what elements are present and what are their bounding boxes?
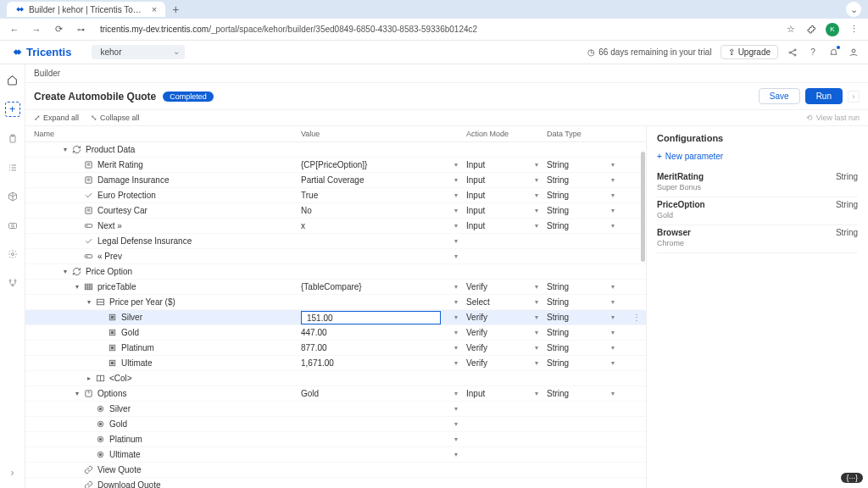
new-tab-button[interactable]: + bbox=[172, 3, 179, 16]
toggle-icon[interactable]: ▸ bbox=[85, 374, 93, 382]
expand-all-button[interactable]: ⤢Expand all bbox=[34, 114, 79, 122]
list-icon[interactable] bbox=[6, 161, 19, 175]
action-dropdown-icon[interactable]: ▾ bbox=[535, 207, 538, 214]
branch-icon[interactable] bbox=[6, 276, 19, 290]
value-dropdown-icon[interactable]: ▾ bbox=[454, 435, 458, 443]
value-input[interactable]: 151.00 bbox=[301, 311, 441, 324]
type-dropdown-icon[interactable]: ▾ bbox=[611, 359, 615, 367]
grid-row[interactable]: ▾priceTable{TableCompare}▾Verify▾String▾ bbox=[25, 280, 646, 295]
type-dropdown-icon[interactable]: ▾ bbox=[611, 207, 615, 214]
new-parameter-button[interactable]: +New parameter bbox=[657, 152, 858, 161]
notifications-icon[interactable] bbox=[827, 47, 839, 58]
site-info-icon[interactable]: ⊶ bbox=[75, 25, 86, 34]
value-dropdown-icon[interactable]: ▾ bbox=[454, 283, 458, 291]
action-dropdown-icon[interactable]: ▾ bbox=[535, 359, 538, 367]
package-icon[interactable] bbox=[6, 190, 19, 203]
grid-row[interactable]: Ultimate▾ bbox=[25, 447, 646, 463]
col-header-action[interactable]: Action Mode bbox=[466, 130, 547, 138]
url-bar[interactable]: tricentis.my-dev.tricentis.com/_portal/s… bbox=[100, 25, 477, 34]
grid-row[interactable]: Gold447.00▾Verify▾String▾ bbox=[25, 325, 646, 341]
grid-row[interactable]: « Prev▾ bbox=[25, 249, 646, 264]
save-button[interactable]: Save bbox=[759, 88, 800, 104]
grid-row[interactable]: Next »x▾Input▾String▾ bbox=[25, 219, 646, 234]
upgrade-button[interactable]: ⇪ Upgrade bbox=[721, 45, 778, 59]
type-dropdown-icon[interactable]: ▾ bbox=[611, 283, 615, 291]
value-dropdown-icon[interactable]: ▾ bbox=[454, 207, 458, 214]
config-item[interactable]: BrowserStringChrome bbox=[657, 225, 858, 253]
value-dropdown-icon[interactable]: ▾ bbox=[454, 176, 458, 184]
grid-row[interactable]: Platinum▾ bbox=[25, 432, 646, 447]
toggle-icon[interactable]: ▾ bbox=[73, 283, 81, 291]
clipboard-icon[interactable] bbox=[6, 132, 19, 146]
type-dropdown-icon[interactable]: ▾ bbox=[611, 191, 615, 199]
value-dropdown-icon[interactable]: ▾ bbox=[454, 222, 458, 230]
toggle-icon[interactable]: ▾ bbox=[61, 146, 70, 153]
action-dropdown-icon[interactable]: ▾ bbox=[535, 283, 538, 291]
grid-row[interactable]: Platinum877.00▾Verify▾String▾ bbox=[25, 341, 646, 356]
camera-icon[interactable] bbox=[6, 219, 19, 232]
toggle-icon[interactable]: ▾ bbox=[61, 268, 70, 275]
value-dropdown-icon[interactable]: ▾ bbox=[454, 191, 458, 199]
action-dropdown-icon[interactable]: ▾ bbox=[535, 344, 538, 352]
grid-row[interactable]: Silver151.00▾Verify▾String▾⋮ bbox=[25, 310, 646, 325]
toggle-icon[interactable]: ▾ bbox=[73, 390, 81, 397]
action-dropdown-icon[interactable]: ▾ bbox=[535, 176, 538, 184]
action-dropdown-icon[interactable]: ▾ bbox=[535, 329, 538, 336]
reload-icon[interactable]: ⟳ bbox=[53, 24, 64, 35]
type-dropdown-icon[interactable]: ▾ bbox=[611, 390, 615, 397]
config-item[interactable]: MeritRatingStringSuper Bonus bbox=[657, 169, 858, 197]
value-dropdown-icon[interactable]: ▾ bbox=[454, 298, 458, 306]
type-dropdown-icon[interactable]: ▾ bbox=[611, 222, 615, 230]
toggle-icon[interactable]: ▾ bbox=[85, 298, 93, 306]
environment-selector[interactable]: kehor bbox=[92, 45, 185, 59]
value-dropdown-icon[interactable]: ▾ bbox=[454, 344, 458, 352]
grid-row[interactable]: Ultimate1,671.00▾Verify▾String▾ bbox=[25, 356, 646, 371]
row-more-icon[interactable]: ⋮ bbox=[632, 313, 641, 322]
config-item[interactable]: PriceOptionStringGold bbox=[657, 197, 858, 225]
grid-row[interactable]: Silver▾ bbox=[25, 402, 646, 417]
type-dropdown-icon[interactable]: ▾ bbox=[611, 298, 615, 306]
value-dropdown-icon[interactable]: ▾ bbox=[454, 252, 458, 260]
extensions-icon[interactable] bbox=[805, 25, 817, 35]
gear-icon[interactable] bbox=[6, 247, 19, 261]
value-dropdown-icon[interactable]: ▾ bbox=[454, 451, 458, 458]
grid-row[interactable]: Download Quote bbox=[25, 478, 646, 488]
back-icon[interactable]: ← bbox=[8, 25, 20, 35]
value-dropdown-icon[interactable]: ▾ bbox=[454, 390, 458, 397]
tricentis-logo[interactable]: Tricentis bbox=[12, 46, 71, 58]
value-dropdown-icon[interactable]: ▾ bbox=[454, 313, 458, 321]
bookmark-icon[interactable]: ☆ bbox=[785, 24, 797, 35]
grid-row[interactable]: ▾Price Option bbox=[25, 264, 646, 280]
grid-row[interactable]: Legal Defense Insurance▾ bbox=[25, 234, 646, 249]
value-dropdown-icon[interactable]: ▾ bbox=[454, 405, 458, 413]
grid-row[interactable]: Euro ProtectionTrue▾Input▾String▾ bbox=[25, 188, 646, 203]
panel-toggle-icon[interactable]: › bbox=[848, 91, 860, 103]
close-icon[interactable]: × bbox=[152, 4, 157, 14]
col-header-type[interactable]: Data Type bbox=[547, 130, 623, 138]
value-dropdown-icon[interactable]: ▾ bbox=[454, 359, 458, 367]
action-dropdown-icon[interactable]: ▾ bbox=[535, 313, 538, 321]
action-dropdown-icon[interactable]: ▾ bbox=[535, 298, 538, 306]
grid-row[interactable]: ▸<Col> bbox=[25, 371, 646, 386]
add-button[interactable]: + bbox=[5, 102, 20, 117]
expand-rail-icon[interactable]: › bbox=[6, 466, 19, 480]
grid-row[interactable]: ▾OptionsGold▾Input▾String▾ bbox=[25, 386, 646, 402]
action-dropdown-icon[interactable]: ▾ bbox=[535, 161, 538, 169]
window-control-icon[interactable]: ⌄ bbox=[846, 2, 861, 17]
grid-row[interactable]: ▾Price per Year ($)▾Select▾String▾ bbox=[25, 295, 646, 310]
value-dropdown-icon[interactable]: ▾ bbox=[454, 420, 458, 428]
grid-row[interactable]: View Quote bbox=[25, 463, 646, 478]
grid-row[interactable]: Merit Rating{CP[PriceOption]}▾Input▾Stri… bbox=[25, 158, 646, 173]
type-dropdown-icon[interactable]: ▾ bbox=[611, 329, 615, 336]
forward-icon[interactable]: → bbox=[31, 25, 42, 35]
profile-avatar-icon[interactable]: K bbox=[826, 23, 839, 36]
grid-row[interactable]: Courtesy CarNo▾Input▾String▾ bbox=[25, 203, 646, 219]
scrollbar[interactable] bbox=[641, 143, 646, 488]
run-button[interactable]: Run bbox=[805, 88, 843, 104]
user-icon[interactable] bbox=[848, 47, 860, 58]
view-last-run-button[interactable]: ⟲View last run bbox=[806, 114, 860, 122]
share-icon[interactable] bbox=[787, 47, 798, 58]
browser-menu-icon[interactable]: ⋮ bbox=[848, 24, 860, 35]
value-dropdown-icon[interactable]: ▾ bbox=[454, 329, 458, 336]
type-dropdown-icon[interactable]: ▾ bbox=[611, 161, 615, 169]
